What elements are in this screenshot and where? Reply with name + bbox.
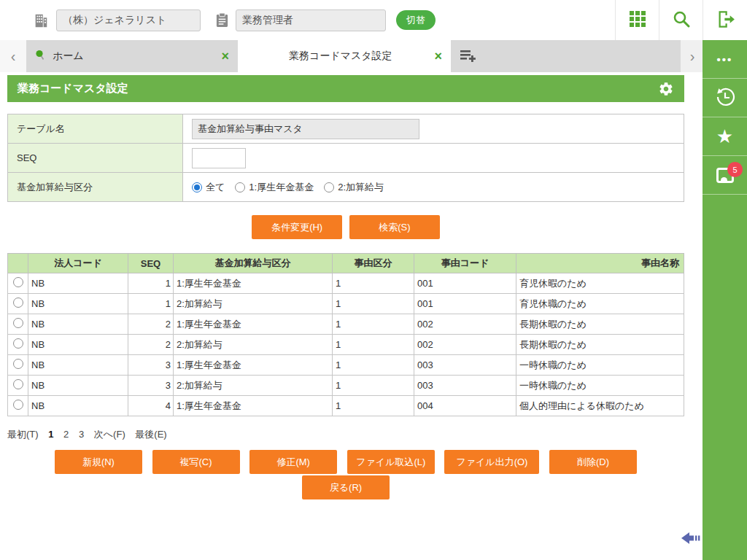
page-title: 業務コードマスタ設定 [18,82,128,96]
cell-kubun: 1:厚生年金基金 [174,314,333,335]
page-last[interactable]: 最後(E) [135,429,166,440]
radio-option-kasan[interactable]: 2:加算給与 [324,181,384,194]
notification-badge: 5 [727,162,743,177]
logout-button[interactable] [703,0,747,40]
cell-jiyu-kubun: 1 [333,396,414,416]
cell-seq: 2 [128,335,174,355]
app-window: 切替 [0,0,747,560]
page-next[interactable]: 次へ(F) [94,429,125,440]
kubun-label: 基金加算給与区分 [8,173,183,202]
row-select-radio[interactable] [13,277,23,287]
cell-jiyu-kubun: 1 [333,355,414,376]
new-button[interactable]: 新規(N) [55,450,142,474]
apps-grid-icon [628,9,647,31]
row-select-radio[interactable] [13,379,23,389]
page-2[interactable]: 2 [63,429,69,440]
modify-button[interactable]: 修正(M) [249,450,337,474]
main-content: 業務コードマスタ設定 テーブル名 SEQ 基金加 [0,72,703,560]
settings-gear-icon[interactable] [658,81,674,97]
cell-kubun: 2:加算給与 [174,294,333,314]
tab-scroll-left[interactable]: ‹ [0,40,26,72]
switch-button[interactable]: 切替 [396,10,436,30]
cell-jiyu-code: 004 [414,396,516,416]
page-title-bar: 業務コードマスタ設定 [7,75,684,102]
page-1[interactable]: 1 [48,429,53,440]
clipboard-icon [215,12,229,28]
radio-option-all[interactable]: 全て [192,181,225,194]
cell-seq: 4 [128,396,174,416]
cell-jiyu-name: 一時休職のため [516,376,684,396]
radio-option-kosei[interactable]: 1:厚生年金基金 [235,181,314,194]
tab-home-label: ホーム [53,50,84,63]
cell-seq: 1 [128,294,174,314]
row-select-radio[interactable] [13,400,23,410]
cell-kubun: 1:厚生年金基金 [174,355,333,376]
copy-button[interactable]: 複写(C) [152,450,240,474]
sidebar-history-button[interactable] [703,79,747,117]
seq-input[interactable] [192,148,246,168]
back-button[interactable]: 戻る(R) [302,475,390,499]
search-button-row: 条件変更(H) 検索(S) [7,215,684,239]
page-first[interactable]: 最初(T) [7,429,39,440]
cell-kubun: 1:厚生年金基金 [174,396,333,416]
cell-jiyu-kubun: 1 [333,335,414,355]
table-row: NB 3 2:加算給与 1 003 一時休職のため [8,376,684,396]
row-select-radio[interactable] [13,318,23,328]
cell-seq: 3 [128,355,174,376]
add-tab-button[interactable] [451,40,681,72]
file-export-button[interactable]: ファイル出力(O) [444,450,539,474]
company-input[interactable] [56,9,201,31]
radio-label: 全て [206,181,225,194]
col-header: 事由名称 [516,254,684,273]
tab-bar: ‹ ホーム × 業務コードマスタ設定 × [0,40,703,72]
back-button-row: 戻る(R) [7,475,684,499]
cell-seq: 1 [128,273,174,294]
row-radio-cell [8,355,28,376]
cell-corp-code: NB [28,376,128,396]
search-exec-button[interactable]: 検索(S) [349,215,440,239]
table-row: NB 1 1:厚生年金基金 1 001 育児休暇のため [8,273,684,294]
radio-column-header [8,254,28,273]
row-radio-cell [8,294,28,314]
table-row: NB 2 2:加算給与 1 002 長期休暇のため [8,335,684,355]
collapse-sidebar-button[interactable] [681,530,702,548]
cell-jiyu-code: 001 [414,294,516,314]
sidebar-notifications-button[interactable]: 5 [703,156,747,195]
right-sidebar: ••• ★ 5 [703,40,747,560]
cell-jiyu-code: 003 [414,355,516,376]
page-3[interactable]: 3 [79,429,84,440]
tab-home-close-icon[interactable]: × [221,50,229,63]
file-import-button[interactable]: ファイル取込(L) [347,450,435,474]
cell-jiyu-name: 一時休職のため [516,355,684,376]
radio-icon [192,182,202,192]
table-name-input[interactable] [192,119,419,139]
row-select-radio[interactable] [13,298,23,308]
search-button[interactable] [659,0,703,40]
cell-jiyu-code: 002 [414,314,516,335]
row-select-radio[interactable] [13,359,23,369]
tab-active-close-icon[interactable]: × [434,50,442,63]
row-radio-cell [8,335,28,355]
sidebar-more-button[interactable]: ••• [703,40,747,79]
table-row: NB 3 1:厚生年金基金 1 003 一時休職のため [8,355,684,376]
table-row: NB 2 1:厚生年金基金 1 002 長期休暇のため [8,314,684,335]
change-criteria-button[interactable]: 条件変更(H) [252,215,342,239]
table-name-label: テーブル名 [8,114,183,144]
cell-seq: 3 [128,376,174,396]
cell-corp-code: NB [28,355,128,376]
cell-kubun: 1:厚生年金基金 [174,273,333,294]
cell-corp-code: NB [28,314,128,335]
sidebar-favorites-button[interactable]: ★ [703,117,747,156]
cell-jiyu-name: 長期休暇のため [516,314,684,335]
apps-grid-button[interactable] [615,0,659,40]
cell-kubun: 2:加算給与 [174,376,333,396]
tab-home[interactable]: ホーム × [26,40,238,72]
radio-icon [324,182,334,192]
table-row: NB 1 2:加算給与 1 001 育児休職のため [8,294,684,314]
delete-button[interactable]: 削除(D) [549,450,637,474]
row-select-radio[interactable] [13,338,23,349]
role-input[interactable] [236,9,386,31]
tab-scroll-right[interactable]: › [682,40,703,72]
tab-active[interactable]: 業務コードマスタ設定 × [238,40,451,72]
cell-jiyu-kubun: 1 [333,294,414,314]
